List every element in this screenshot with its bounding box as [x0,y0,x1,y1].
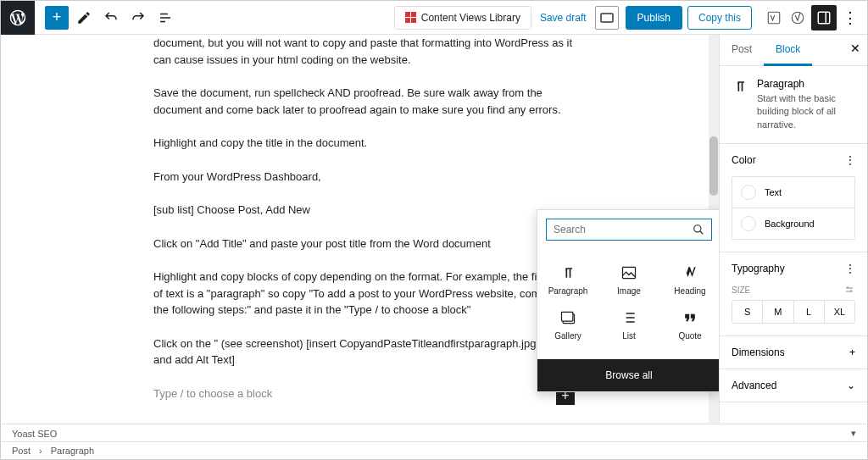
yoast-icon[interactable] [787,8,808,28]
content-views-library-button[interactable]: Content Views Library [394,6,531,30]
inserter-block-grid: Paragraph Image Heading Gallery List Quo… [537,249,719,359]
paragraph-block[interactable]: [sub list] Choose Post, Add New [153,202,575,219]
paragraph-block[interactable]: Highlight and copy the title in the docu… [153,135,575,152]
paragraph-block[interactable]: Then copy and paste the numeric list int… [153,418,575,423]
tab-block[interactable]: Block [764,35,812,66]
advanced-panel: Advanced ⌄ [720,369,867,402]
document-outline-icon[interactable] [153,6,177,30]
save-draft-link[interactable]: Save draft [540,12,587,24]
close-sidebar-icon[interactable]: ✕ [850,42,860,55]
background-color-option[interactable]: Background [732,208,855,240]
settings-sidebar: Post Block ✕ Paragraph Start with the ba… [719,35,867,423]
size-xl-button[interactable]: XL [825,301,854,323]
block-inserter-popover: Paragraph Image Heading Gallery List Quo… [537,209,719,392]
inserter-list[interactable]: List [598,302,659,347]
color-swatch [741,185,756,200]
inserter-quote[interactable]: Quote [659,302,719,347]
typography-panel-header[interactable]: Typography ⋮ [720,252,867,285]
size-s-button[interactable]: S [732,301,763,323]
size-m-button[interactable]: M [763,301,793,323]
content-views-icon [405,12,416,23]
block-description: Start with the basic building block of a… [757,92,855,131]
chevron-down-icon[interactable]: ⌄ [847,380,855,391]
typography-panel: Typography ⋮ Size S M L XL [720,252,867,336]
top-toolbar: + Content Views Library Save draft Publi… [1,1,867,35]
svg-rect-7 [562,312,573,321]
redo-icon[interactable] [126,6,150,30]
inserter-heading[interactable]: Heading [659,258,719,302]
undo-icon[interactable] [99,6,123,30]
editor-content: document, but you will not want to copy … [153,35,575,423]
copy-this-button[interactable]: Copy this [687,6,752,30]
svg-rect-0 [601,14,613,22]
inserter-paragraph[interactable]: Paragraph [537,258,598,302]
panel-options-icon[interactable]: ⋮ [845,263,855,274]
breadcrumb-post[interactable]: Post [12,446,31,456]
paragraph-block[interactable]: Save the document, run spellcheck AND pr… [153,85,575,118]
publish-button[interactable]: Publish [626,6,682,30]
paragraph-icon [732,78,748,95]
inserter-search-input[interactable] [554,224,693,236]
font-size-options: S M L XL [732,300,855,324]
more-options-icon[interactable]: ⋮ [840,5,860,30]
breadcrumb-paragraph[interactable]: Paragraph [51,446,94,456]
inserter-image[interactable]: Image [598,258,659,302]
plus-icon[interactable]: + [849,346,855,358]
size-l-button[interactable]: L [794,301,825,323]
dimensions-panel-header[interactable]: Dimensions + [720,336,867,369]
color-panel: Color ⋮ Text Background [720,144,867,252]
svg-rect-5 [623,267,636,278]
add-block-button[interactable]: + [45,6,69,30]
advanced-panel-header[interactable]: Advanced ⌄ [720,369,867,402]
font-size-row: Size [720,285,867,300]
color-swatch [741,216,756,231]
block-breadcrumb: Post › Paragraph [2,441,866,458]
svg-point-2 [792,12,804,24]
preview-button[interactable] [595,6,619,30]
settings-sidebar-toggle[interactable] [811,5,837,30]
scrollbar-thumb[interactable] [709,136,718,196]
sidebar-tabs: Post Block ✕ [720,35,867,66]
edit-tool-icon[interactable] [72,6,96,30]
paragraph-block[interactable]: document, but you will not want to copy … [153,35,575,68]
editor-canvas[interactable]: document, but you will not want to copy … [1,35,719,423]
text-color-option[interactable]: Text [732,176,855,208]
panel-options-icon[interactable]: ⋮ [845,154,855,166]
svg-rect-3 [818,12,830,24]
size-settings-icon[interactable] [843,285,855,295]
paragraph-block[interactable]: Highlight and copy blocks of copy depend… [153,269,575,319]
paragraph-placeholder[interactable]: Type / to choose a block [153,385,575,402]
paragraph-block[interactable]: Click on "Add Title" and paste your post… [153,236,575,252]
browse-all-button[interactable]: Browse all [537,359,719,391]
dimensions-panel: Dimensions + [720,336,867,369]
inserter-search[interactable] [546,219,712,241]
wp-logo[interactable] [1,1,35,35]
paragraph-block[interactable]: Click on the " (see screenshot) [insert … [153,335,575,369]
color-panel-header[interactable]: Color ⋮ [720,144,867,176]
block-info: Paragraph Start with the basic building … [720,66,867,144]
tab-post[interactable]: Post [720,35,764,65]
breadcrumb-separator: › [39,446,42,456]
inserter-gallery[interactable]: Gallery [537,302,598,347]
paragraph-block[interactable]: From your WordPress Dashboard, [153,169,575,186]
yoast-seo-panel[interactable]: Yoast SEO ▾ [2,424,866,442]
plugin-icon-1[interactable] [764,8,784,28]
block-name: Paragraph [757,78,855,90]
content-views-label: Content Views Library [421,12,520,24]
svg-point-4 [694,225,701,232]
caret-down-icon: ▾ [851,428,856,439]
main-area: document, but you will not want to copy … [1,35,867,423]
search-icon [693,224,704,236]
